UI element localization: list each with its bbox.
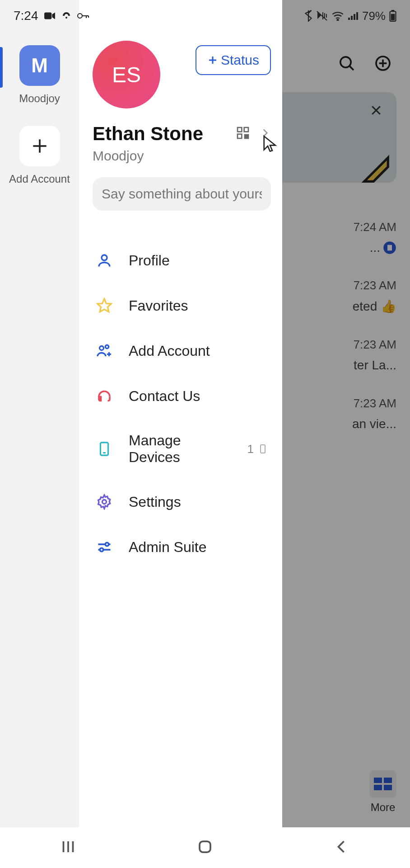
status-time: 7:24	[14, 9, 38, 23]
chat-time: 7:23 AM	[354, 396, 396, 410]
svg-point-38	[78, 14, 82, 18]
svg-point-24	[105, 345, 109, 349]
menu-item-profile[interactable]: Profile	[93, 238, 271, 283]
svg-marker-36	[52, 12, 55, 19]
system-nav-bar	[0, 827, 410, 868]
gear-icon	[95, 493, 113, 511]
account-label: Moodjoy	[0, 92, 79, 105]
chat-excerpt: ...	[370, 241, 396, 255]
menu-label: Settings	[129, 494, 268, 510]
svg-point-32	[105, 542, 109, 546]
svg-point-34	[100, 548, 103, 552]
menu-label: Admin Suite	[129, 539, 268, 556]
device-icon	[95, 440, 113, 458]
svg-marker-22	[98, 299, 111, 312]
profile-icon	[95, 251, 113, 269]
svg-rect-19	[245, 137, 246, 138]
chat-time: 7:24 AM	[354, 220, 396, 234]
bio-input[interactable]	[93, 177, 271, 211]
chat-time: 7:23 AM	[354, 278, 396, 292]
menu-label: Contact Us	[129, 388, 268, 405]
svg-line-1	[350, 66, 354, 70]
add-account-label: Add Account	[0, 173, 79, 185]
back-button[interactable]	[334, 839, 350, 857]
more-label: More	[369, 801, 396, 814]
chat-time: 7:23 AM	[354, 338, 396, 352]
qr-code-icon[interactable]	[236, 126, 250, 142]
svg-rect-17	[245, 135, 246, 136]
menu: Profile Favorites Add Account Contact Us	[93, 238, 271, 570]
add-account-item[interactable]: Add Account	[0, 126, 79, 185]
home-button[interactable]	[197, 839, 213, 857]
svg-rect-9	[387, 245, 392, 251]
menu-label: Profile	[129, 252, 268, 269]
avatar-initials: ES	[112, 62, 141, 87]
bluetooth-icon	[304, 10, 312, 22]
camera-icon	[44, 11, 56, 20]
menu-item-settings[interactable]: Settings	[93, 479, 271, 524]
wifi-icon	[331, 11, 344, 21]
svg-rect-57	[200, 841, 210, 852]
chat-excerpt: eted 👍	[353, 299, 396, 314]
org-name: Moodjoy	[93, 148, 271, 164]
hotspot-icon	[61, 11, 72, 20]
battery-icon	[389, 10, 396, 22]
svg-marker-7	[364, 158, 388, 182]
key-icon	[77, 12, 89, 19]
user-name: Ethan Stone	[93, 123, 203, 145]
account-tile: M	[19, 45, 60, 86]
menu-label: Favorites	[129, 297, 268, 314]
add-account-tile	[19, 126, 60, 166]
avatar[interactable]: ES	[93, 41, 160, 108]
sliders-icon	[95, 538, 113, 556]
headset-icon	[95, 387, 113, 405]
svg-rect-48	[351, 16, 353, 20]
menu-item-admin-suite[interactable]: Admin Suite	[93, 524, 271, 570]
recent-apps-button[interactable]	[60, 839, 76, 857]
status-button-label: Status	[221, 52, 259, 68]
search-icon[interactable]	[338, 54, 356, 74]
menu-label: Add Account	[129, 343, 268, 359]
more-tab[interactable]: More	[369, 770, 396, 814]
vibrate-icon	[316, 10, 328, 21]
svg-point-23	[100, 346, 104, 350]
svg-point-21	[102, 255, 107, 260]
active-indicator	[0, 47, 3, 88]
chat-excerpt: an vie...	[352, 417, 396, 431]
svg-rect-14	[238, 127, 242, 132]
profile-drawer: ES Status Ethan Stone Moodjoy	[79, 0, 282, 827]
svg-rect-53	[391, 14, 395, 20]
svg-rect-49	[354, 14, 355, 20]
svg-point-30	[102, 500, 107, 504]
svg-rect-35	[44, 12, 51, 19]
svg-point-37	[65, 17, 67, 19]
menu-item-manage-devices[interactable]: Manage Devices 1	[93, 419, 271, 479]
menu-item-contact-us[interactable]: Contact Us	[93, 373, 271, 419]
svg-rect-15	[244, 127, 248, 132]
account-item-moodjoy[interactable]: M Moodjoy	[0, 45, 79, 105]
account-letter: M	[31, 54, 48, 77]
svg-rect-47	[348, 18, 350, 20]
battery-percent: 79%	[362, 9, 386, 23]
device-count: 1	[247, 442, 268, 456]
chevron-right-icon[interactable]	[259, 127, 271, 141]
menu-label: Manage Devices	[129, 432, 232, 466]
signal-icon	[348, 11, 359, 20]
svg-rect-50	[356, 12, 358, 20]
status-bar: 7:24 79%	[0, 0, 410, 32]
menu-item-favorites[interactable]: Favorites	[93, 283, 271, 328]
more-icon	[369, 770, 396, 797]
svg-rect-29	[261, 445, 265, 453]
star-icon	[95, 297, 113, 315]
chat-excerpt: ter La...	[354, 358, 396, 373]
svg-rect-20	[247, 137, 248, 138]
menu-item-add-account[interactable]: Add Account	[93, 328, 271, 373]
svg-rect-18	[247, 135, 248, 136]
account-rail: M Moodjoy Add Account	[0, 0, 79, 827]
close-icon[interactable]	[369, 104, 383, 119]
svg-point-46	[337, 19, 338, 21]
svg-rect-16	[238, 134, 242, 138]
add-account-icon	[95, 342, 113, 360]
add-icon[interactable]	[374, 54, 392, 74]
status-button[interactable]: Status	[196, 45, 271, 75]
